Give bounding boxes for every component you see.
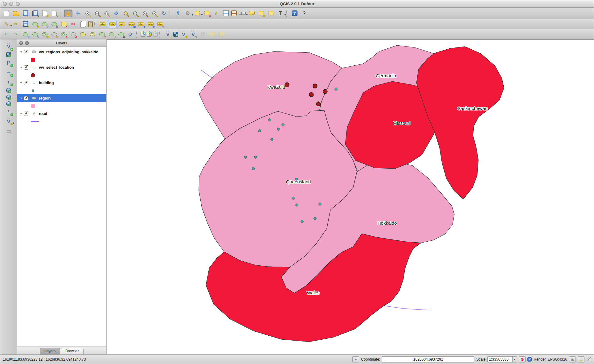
new-vector-layer-from-selection-icon[interactable]: V+ xyxy=(164,31,172,38)
new-project-icon[interactable] xyxy=(2,10,10,17)
add-mssql-layer-icon[interactable]: ◗+ xyxy=(5,78,13,86)
show-bookmarks-icon[interactable] xyxy=(267,10,275,17)
add-delimited-text-layer-icon[interactable]: ❜+ xyxy=(5,108,13,116)
stop-render-icon[interactable]: ⊘ xyxy=(519,356,526,362)
layer-name[interactable]: region xyxy=(39,96,51,100)
text-annotation-icon[interactable]: T▼ xyxy=(276,10,285,17)
run-feature-action-icon[interactable]: ⚙▼ xyxy=(183,10,192,17)
add-raster-layer-icon[interactable]: + xyxy=(6,52,11,57)
refresh-map-icon[interactable]: ↻ xyxy=(160,10,168,17)
zoom-to-layer-icon[interactable] xyxy=(131,10,139,17)
map-tips-icon[interactable] xyxy=(248,10,256,17)
zoom-next-icon[interactable]: ▸ xyxy=(150,10,158,17)
toggle-editing-icon[interactable]: ✏ xyxy=(12,20,20,28)
delete-part-icon[interactable]: ✗ xyxy=(69,31,77,38)
disabled-tool-b-icon[interactable] xyxy=(218,31,226,38)
current-edits-icon[interactable]: ✎▼ xyxy=(2,20,10,28)
panel-tab-browser[interactable]: Browser xyxy=(61,348,84,354)
remove-layer-icon[interactable]: ▭− xyxy=(5,127,13,135)
layer-visibility-checkbox[interactable] xyxy=(24,50,28,54)
layer-name[interactable]: road xyxy=(39,112,47,116)
zoom-last-icon[interactable]: ◂ xyxy=(141,10,149,17)
split-parts-icon[interactable]: ʃ xyxy=(107,31,116,38)
crs-status-icon[interactable]: ◉ xyxy=(569,356,576,362)
layer-item-region[interactable]: ▼region xyxy=(17,94,106,102)
new-bookmark-icon[interactable]: ✱ xyxy=(257,10,265,17)
offset-curve-icon[interactable] xyxy=(88,31,96,38)
add-wcs-layer-icon[interactable]: + xyxy=(6,95,11,100)
pan-map-to-selection-icon[interactable]: ✛ xyxy=(74,10,82,17)
layer-visibility-checkbox[interactable] xyxy=(24,81,28,85)
zoom-native-icon[interactable]: 1:1 xyxy=(102,10,111,17)
paste-features-icon[interactable] xyxy=(88,21,93,27)
deselect-features-icon[interactable]: ⊘ xyxy=(203,10,211,17)
redo-icon[interactable]: ↷ xyxy=(12,31,20,38)
disabled-tool-a-icon[interactable] xyxy=(208,31,216,38)
move-feature-icon[interactable]: ➜ xyxy=(40,20,49,28)
add-wms-layer-icon[interactable]: + xyxy=(6,88,11,93)
expand-triangle-icon[interactable]: ▼ xyxy=(20,81,24,84)
new-raster-from-selection-icon[interactable]: + xyxy=(173,32,178,37)
simplify-feature-icon[interactable]: ▽ xyxy=(31,31,39,38)
new-shapefile-from-template-icon[interactable]: V✱ xyxy=(179,31,188,38)
chevron-down-icon[interactable]: ▼ xyxy=(512,357,517,362)
remove-selection-layer-icon[interactable]: − xyxy=(153,32,158,37)
pan-map-icon[interactable]: ☝ xyxy=(64,10,72,17)
open-attribute-table-icon[interactable] xyxy=(222,10,230,17)
select-features-by-area-icon[interactable]: ▼ xyxy=(193,10,201,17)
add-vector-layer-icon[interactable]: V+ xyxy=(5,43,13,51)
split-features-icon[interactable]: ✂ xyxy=(98,31,106,38)
paste-features-as-new-layer-icon[interactable]: ↥ xyxy=(141,32,145,37)
dropdown-caret-icon[interactable]: ▼ xyxy=(284,14,286,16)
expand-triangle-icon[interactable]: ▼ xyxy=(20,66,24,69)
rotate-point-symbols-icon[interactable]: ⟳ xyxy=(126,31,135,38)
undo-icon[interactable]: ↶ xyxy=(2,31,10,38)
select-by-expression-icon[interactable]: ε xyxy=(212,10,220,17)
expand-triangle-icon[interactable]: ▼ xyxy=(20,97,24,100)
composer-manager-icon[interactable]: ⚲ xyxy=(50,10,58,17)
layer-item-vw_regions_adjoining_hokkaido[interactable]: ▼vw_regions_adjoining_hokkaido xyxy=(17,48,106,56)
zoom-out-icon[interactable]: − xyxy=(93,10,101,17)
add-spatialite-layer-icon[interactable]: ✒+ xyxy=(5,69,13,76)
add-feature-icon[interactable]: ✱ xyxy=(31,20,39,28)
node-tool-icon[interactable]: ⚒ xyxy=(50,20,58,28)
layer-item-building[interactable]: ▼∴building xyxy=(17,79,106,87)
show-hide-labels-icon[interactable]: abc◉ xyxy=(127,20,136,28)
toggle-extents-icon[interactable]: ⌖ xyxy=(352,356,359,362)
map-canvas[interactable]: KwaZuluGermaniaMissouriSaskatchewanQueen… xyxy=(107,39,594,354)
zoom-to-selection-icon[interactable] xyxy=(121,10,130,17)
reshape-features-icon[interactable] xyxy=(79,31,87,38)
highlight-pinned-labels-icon[interactable]: ab xyxy=(118,20,126,28)
expand-triangle-icon[interactable]: ▼ xyxy=(20,112,24,115)
layer-name[interactable]: building xyxy=(39,81,54,85)
layer-name[interactable]: vw_select_location xyxy=(39,65,74,70)
merge-selected-features-icon[interactable]: ⇊ xyxy=(117,31,125,38)
save-selection-as-layer-icon[interactable]: ✱ xyxy=(147,32,152,37)
rotate-label-icon[interactable]: abc↻ xyxy=(146,20,155,28)
expand-triangle-icon[interactable]: ▼ xyxy=(20,51,24,54)
cut-features-icon[interactable]: ✂ xyxy=(69,20,77,28)
open-project-icon[interactable] xyxy=(12,10,20,17)
pin-unpin-labels-icon[interactable]: ab xyxy=(108,20,117,28)
add-part-icon[interactable]: ✱ xyxy=(50,31,58,38)
copy-features-icon[interactable] xyxy=(79,20,87,28)
render-checkbox[interactable]: ✓ xyxy=(527,357,532,362)
add-wfs-layer-icon[interactable]: + xyxy=(6,101,11,106)
dropdown-caret-icon[interactable]: ▼ xyxy=(12,122,15,125)
geometry-tools-icon[interactable]: ⚒ xyxy=(199,31,207,38)
zoom-full-icon[interactable]: ✥ xyxy=(112,10,120,17)
save-layer-edits-icon[interactable]: ✎ xyxy=(21,20,30,28)
new-shapefile-layer-icon[interactable]: V✱▼ xyxy=(5,118,13,125)
panel-tab-layers[interactable]: Layers xyxy=(40,348,60,354)
layer-item-road[interactable]: ▼√road xyxy=(17,110,106,118)
help-contents-icon[interactable]: ? xyxy=(290,10,299,17)
move-label-icon[interactable]: abc➜ xyxy=(137,20,145,28)
field-calculator-icon[interactable] xyxy=(231,10,237,16)
save-project-icon[interactable] xyxy=(21,10,30,17)
new-print-composer-icon[interactable]: ✱ xyxy=(40,10,49,17)
change-label-properties-icon[interactable]: abc✎ xyxy=(156,20,164,28)
whats-this-icon[interactable]: ? xyxy=(300,10,308,17)
layer-visibility-checkbox[interactable] xyxy=(24,96,28,100)
resize-grip[interactable] xyxy=(588,357,592,362)
layer-item-vw_select_location[interactable]: ▼∴vw_select_location xyxy=(17,63,106,72)
